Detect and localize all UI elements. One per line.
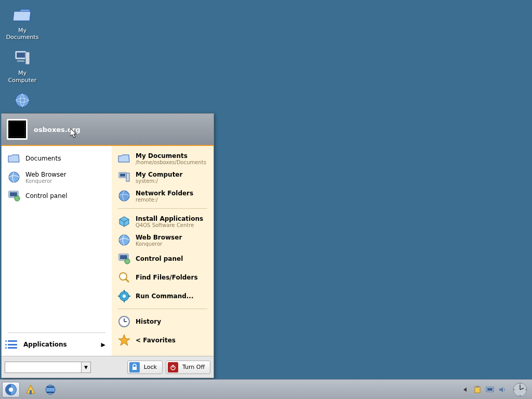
lock-icon (129, 362, 140, 373)
item-title: Control panel (136, 255, 183, 262)
tray-display-icon[interactable] (485, 385, 495, 394)
tray-clipboard-icon[interactable] (473, 385, 482, 394)
menu-item-documents[interactable]: Documents (4, 149, 110, 168)
item-title: Documents (25, 155, 61, 162)
menu-item-applications[interactable]: Applications ▶ (4, 336, 110, 353)
clock-icon (117, 314, 131, 329)
svg-line-20 (126, 279, 129, 282)
menu-item-my-computer[interactable]: My Computersystem:/ (114, 168, 211, 187)
item-title: My Computer (136, 171, 182, 178)
svg-rect-1 (17, 52, 25, 58)
icon-label: My Computer (4, 70, 41, 83)
desktop-icons: My Documents My Computer My (4, 5, 41, 127)
svg-point-19 (119, 273, 127, 280)
turnoff-label: Turn Off (182, 364, 205, 370)
menu-item-find-files[interactable]: Find Files/Folders (114, 268, 211, 287)
globe-icon (117, 233, 131, 247)
menu-item-install-applications[interactable]: Install ApplicationsQ4OS Software Centre (114, 212, 211, 231)
taskbar (0, 379, 532, 399)
svg-rect-2 (25, 52, 30, 64)
search-input[interactable] (5, 362, 81, 373)
svg-rect-3 (17, 60, 24, 62)
lock-button[interactable]: Lock (127, 361, 163, 374)
separator (118, 208, 207, 209)
menu-item-favorites[interactable]: < Favorites (114, 331, 211, 350)
start-menu-header: osboxes.org (2, 114, 214, 146)
svg-rect-35 (30, 390, 32, 394)
magnifier-icon (117, 270, 131, 285)
tray-expand-icon[interactable] (460, 385, 470, 394)
item-title: Network Folders (136, 190, 193, 197)
folder-icon (117, 151, 131, 166)
lock-label: Lock (144, 364, 157, 370)
icon-label: My Documents (4, 27, 41, 41)
start-menu-places: My Documents/home/osboxes/Documents My C… (112, 146, 214, 356)
svg-rect-12 (120, 174, 125, 177)
search-combobox[interactable]: ▼ (5, 362, 91, 373)
chevron-right-icon: ▶ (101, 341, 105, 348)
item-sub: Konqueror (25, 178, 66, 184)
tray-volume-icon[interactable] (498, 385, 507, 394)
start-menu-footer: ▼ Lock Turn Off (2, 356, 214, 378)
globe-icon (12, 91, 33, 112)
computer-icon (12, 48, 33, 69)
user-avatar[interactable] (7, 119, 28, 140)
menu-item-network-folders[interactable]: Network Foldersremote:/ (114, 187, 211, 205)
item-title: Web Browser (25, 171, 66, 178)
svg-rect-38 (476, 386, 479, 388)
system-tray (460, 382, 530, 397)
menu-item-web-browser[interactable]: Web BrowserKonqueror (4, 168, 110, 187)
svg-rect-17 (120, 255, 127, 259)
svg-point-10 (15, 196, 20, 201)
item-sub: Konqueror (136, 241, 182, 247)
monitor-gear-icon (7, 189, 21, 203)
svg-point-34 (9, 388, 13, 392)
tray-clock[interactable] (512, 382, 528, 397)
turnoff-button[interactable]: Turn Off (166, 361, 210, 374)
separator (118, 309, 207, 309)
svg-point-15 (119, 235, 129, 245)
box-icon (117, 214, 131, 229)
svg-rect-9 (10, 192, 17, 196)
monitor-gear-icon (117, 251, 131, 266)
item-sub: Q4OS Software Centre (136, 222, 203, 228)
start-menu-body: Documents Web BrowserKonqueror Control p… (2, 146, 214, 356)
list-icon (8, 340, 19, 349)
menu-item-my-documents[interactable]: My Documents/home/osboxes/Documents (114, 149, 211, 168)
svg-rect-30 (132, 367, 137, 370)
menu-item-history[interactable]: History (114, 312, 211, 331)
username-label: osboxes.org (34, 126, 80, 134)
start-menu: osboxes.org Documents Web BrowserKonquer… (1, 113, 214, 378)
item-title: Control panel (25, 192, 67, 200)
svg-point-22 (123, 295, 126, 298)
taskbar-launcher-1[interactable] (22, 382, 39, 397)
menu-item-control-panel-right[interactable]: Control panel (114, 249, 211, 268)
svg-point-7 (9, 172, 19, 182)
svg-point-5 (14, 124, 20, 130)
svg-point-18 (125, 259, 130, 264)
menu-item-run-command[interactable]: Run Command... (114, 287, 211, 305)
dropdown-button[interactable]: ▼ (81, 362, 90, 373)
svg-point-4 (16, 94, 29, 107)
item-title: Web Browser (136, 234, 182, 241)
item-sub: remote:/ (136, 197, 193, 203)
menu-item-web-browser-right[interactable]: Web BrowserKonqueror (114, 231, 211, 249)
item-title: My Documents (136, 152, 206, 159)
globe-icon (117, 189, 131, 203)
item-sub: /home/osboxes/Documents (136, 159, 206, 165)
menu-item-control-panel[interactable]: Control panel (4, 187, 110, 205)
folder-icon (7, 151, 21, 166)
item-sub: system:/ (136, 178, 182, 184)
start-button[interactable] (2, 382, 20, 397)
taskbar-launcher-2[interactable] (42, 382, 59, 397)
star-icon (117, 333, 131, 348)
item-title: Install Applications (136, 215, 203, 222)
desktop-icon-my-documents[interactable]: My Documents (4, 5, 41, 41)
folder-icon (12, 5, 33, 26)
computer-icon (117, 170, 131, 184)
gear-icon (117, 289, 131, 303)
svg-point-36 (46, 385, 55, 394)
desktop-icon-my-computer[interactable]: My Computer (4, 48, 41, 83)
power-icon (168, 362, 178, 373)
start-menu-favorites: Documents Web BrowserKonqueror Control p… (2, 146, 112, 356)
